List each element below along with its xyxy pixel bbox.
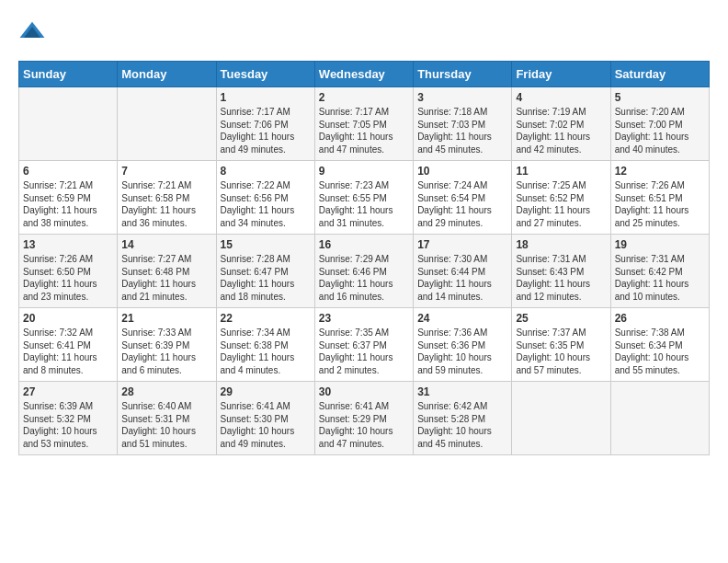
day-number: 14 [121,238,211,251]
calendar-cell: 10Sunrise: 7:24 AM Sunset: 6:54 PM Dayli… [414,161,512,235]
day-info: Sunrise: 7:31 AM Sunset: 6:42 PM Dayligh… [615,253,705,303]
calendar-cell: 19Sunrise: 7:31 AM Sunset: 6:42 PM Dayli… [610,235,709,308]
day-number: 23 [319,312,409,325]
day-number: 25 [516,312,606,325]
calendar-cell: 7Sunrise: 7:21 AM Sunset: 6:58 PM Daylig… [118,161,216,235]
calendar-cell: 11Sunrise: 7:25 AM Sunset: 6:52 PM Dayli… [512,161,610,235]
day-info: Sunrise: 7:26 AM Sunset: 6:51 PM Dayligh… [615,179,705,229]
calendar-cell: 23Sunrise: 7:35 AM Sunset: 6:37 PM Dayli… [314,308,413,382]
day-number: 28 [121,385,211,398]
calendar-body: 1Sunrise: 7:17 AM Sunset: 7:06 PM Daylig… [19,87,710,455]
header-cell-wednesday: Wednesday [314,62,413,87]
day-number: 8 [221,165,311,178]
day-info: Sunrise: 6:39 AM Sunset: 5:32 PM Dayligh… [23,400,113,450]
day-number: 7 [121,165,211,178]
calendar-cell: 20Sunrise: 7:32 AM Sunset: 6:41 PM Dayli… [19,308,118,382]
day-info: Sunrise: 7:22 AM Sunset: 6:56 PM Dayligh… [221,179,311,229]
day-number: 3 [417,91,507,104]
calendar-cell: 14Sunrise: 7:27 AM Sunset: 6:48 PM Dayli… [118,235,216,308]
day-info: Sunrise: 7:29 AM Sunset: 6:46 PM Dayligh… [319,253,409,303]
day-number: 24 [417,312,507,325]
day-info: Sunrise: 7:35 AM Sunset: 6:37 PM Dayligh… [319,327,409,376]
day-number: 5 [615,91,705,104]
day-info: Sunrise: 7:19 AM Sunset: 7:02 PM Dayligh… [516,106,606,155]
day-number: 10 [417,165,507,178]
calendar-week-1: 6Sunrise: 7:21 AM Sunset: 6:59 PM Daylig… [19,161,710,235]
calendar-cell: 2Sunrise: 7:17 AM Sunset: 7:05 PM Daylig… [314,87,413,161]
day-number: 19 [615,238,705,251]
calendar-cell: 24Sunrise: 7:36 AM Sunset: 6:36 PM Dayli… [414,308,512,382]
calendar-week-3: 20Sunrise: 7:32 AM Sunset: 6:41 PM Dayli… [19,308,710,382]
header-cell-monday: Monday [118,62,216,87]
day-number: 16 [319,238,409,251]
day-number: 20 [23,312,113,325]
header-cell-thursday: Thursday [414,62,512,87]
day-info: Sunrise: 7:17 AM Sunset: 7:06 PM Dayligh… [221,106,311,155]
day-info: Sunrise: 7:27 AM Sunset: 6:48 PM Dayligh… [121,253,211,303]
calendar-cell: 8Sunrise: 7:22 AM Sunset: 6:56 PM Daylig… [216,161,314,235]
day-info: Sunrise: 6:40 AM Sunset: 5:31 PM Dayligh… [121,400,211,450]
day-info: Sunrise: 7:30 AM Sunset: 6:44 PM Dayligh… [417,253,507,303]
calendar-cell [118,87,216,161]
calendar-week-2: 13Sunrise: 7:26 AM Sunset: 6:50 PM Dayli… [19,235,710,308]
calendar-cell: 17Sunrise: 7:30 AM Sunset: 6:44 PM Dayli… [414,235,512,308]
day-number: 31 [417,385,507,398]
calendar-cell: 13Sunrise: 7:26 AM Sunset: 6:50 PM Dayli… [19,235,118,308]
calendar-cell: 28Sunrise: 6:40 AM Sunset: 5:31 PM Dayli… [118,382,216,455]
day-info: Sunrise: 7:37 AM Sunset: 6:35 PM Dayligh… [516,327,606,376]
day-info: Sunrise: 7:20 AM Sunset: 7:00 PM Dayligh… [615,106,705,155]
day-info: Sunrise: 6:42 AM Sunset: 5:28 PM Dayligh… [417,400,507,450]
calendar-cell: 3Sunrise: 7:18 AM Sunset: 7:03 PM Daylig… [414,87,512,161]
day-number: 21 [121,312,211,325]
calendar-table: SundayMondayTuesdayWednesdayThursdayFrid… [18,61,710,455]
day-number: 17 [417,238,507,251]
day-number: 6 [23,165,113,178]
calendar-cell: 31Sunrise: 6:42 AM Sunset: 5:28 PM Dayli… [414,382,512,455]
calendar-cell: 29Sunrise: 6:41 AM Sunset: 5:30 PM Dayli… [216,382,314,455]
calendar-cell [610,382,709,455]
day-number: 11 [516,165,606,178]
day-number: 13 [23,238,113,251]
day-info: Sunrise: 7:23 AM Sunset: 6:55 PM Dayligh… [319,179,409,229]
day-number: 12 [615,165,705,178]
calendar-cell: 12Sunrise: 7:26 AM Sunset: 6:51 PM Dayli… [610,161,709,235]
logo-icon [18,18,46,46]
page-header [18,18,710,46]
calendar-cell: 15Sunrise: 7:28 AM Sunset: 6:47 PM Dayli… [216,235,314,308]
day-number: 27 [23,385,113,398]
day-info: Sunrise: 7:26 AM Sunset: 6:50 PM Dayligh… [23,253,113,303]
day-number: 15 [221,238,311,251]
header-cell-saturday: Saturday [610,62,709,87]
day-number: 26 [615,312,705,325]
calendar-cell: 30Sunrise: 6:41 AM Sunset: 5:29 PM Dayli… [314,382,413,455]
day-info: Sunrise: 7:21 AM Sunset: 6:59 PM Dayligh… [23,179,113,229]
day-info: Sunrise: 7:25 AM Sunset: 6:52 PM Dayligh… [516,179,606,229]
calendar-cell: 18Sunrise: 7:31 AM Sunset: 6:43 PM Dayli… [512,235,610,308]
day-number: 1 [221,91,311,104]
calendar-cell: 5Sunrise: 7:20 AM Sunset: 7:00 PM Daylig… [610,87,709,161]
day-info: Sunrise: 7:18 AM Sunset: 7:03 PM Dayligh… [417,106,507,155]
day-info: Sunrise: 6:41 AM Sunset: 5:29 PM Dayligh… [319,400,409,450]
calendar-cell [19,87,118,161]
day-info: Sunrise: 7:31 AM Sunset: 6:43 PM Dayligh… [516,253,606,303]
day-info: Sunrise: 7:17 AM Sunset: 7:05 PM Dayligh… [319,106,409,155]
day-number: 29 [221,385,311,398]
day-info: Sunrise: 7:34 AM Sunset: 6:38 PM Dayligh… [221,327,311,376]
calendar-week-0: 1Sunrise: 7:17 AM Sunset: 7:06 PM Daylig… [19,87,710,161]
calendar-cell: 16Sunrise: 7:29 AM Sunset: 6:46 PM Dayli… [314,235,413,308]
header-row: SundayMondayTuesdayWednesdayThursdayFrid… [19,62,710,87]
day-number: 4 [516,91,606,104]
day-info: Sunrise: 7:32 AM Sunset: 6:41 PM Dayligh… [23,327,113,376]
day-info: Sunrise: 7:33 AM Sunset: 6:39 PM Dayligh… [121,327,211,376]
header-cell-sunday: Sunday [19,62,118,87]
day-info: Sunrise: 7:21 AM Sunset: 6:58 PM Dayligh… [121,179,211,229]
calendar-cell: 6Sunrise: 7:21 AM Sunset: 6:59 PM Daylig… [19,161,118,235]
calendar-cell: 1Sunrise: 7:17 AM Sunset: 7:06 PM Daylig… [216,87,314,161]
calendar-cell [512,382,610,455]
calendar-header: SundayMondayTuesdayWednesdayThursdayFrid… [19,62,710,87]
logo [18,18,50,46]
calendar-cell: 27Sunrise: 6:39 AM Sunset: 5:32 PM Dayli… [19,382,118,455]
header-cell-friday: Friday [512,62,610,87]
calendar-cell: 22Sunrise: 7:34 AM Sunset: 6:38 PM Dayli… [216,308,314,382]
day-number: 2 [319,91,409,104]
